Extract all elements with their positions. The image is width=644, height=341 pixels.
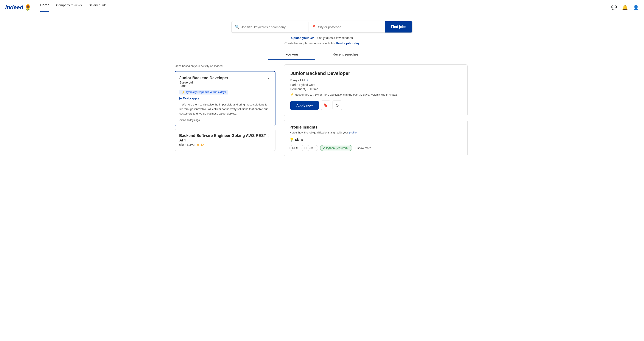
detail-title: Junior Backend Developer bbox=[290, 71, 461, 76]
detail-type: Permanent, Full-time bbox=[290, 87, 461, 91]
location-icon: 📍 bbox=[312, 24, 316, 29]
logo-area[interactable]: indeed 🌻 bbox=[5, 4, 32, 11]
job-company-2: client server ★ 4.4 bbox=[179, 143, 267, 146]
nav-home[interactable]: Home bbox=[40, 3, 49, 12]
detail-company-row: Eseye Ltd ↗ bbox=[290, 78, 461, 82]
bulb-icon: 💡 bbox=[290, 138, 294, 142]
chevron-rest-icon: ▾ bbox=[301, 147, 302, 149]
detail-response: ⚡ Responded to 75% or more applications … bbox=[290, 93, 461, 96]
insights-title: Profile insights bbox=[290, 125, 462, 130]
account-icon[interactable]: 👤 bbox=[633, 5, 639, 10]
skills-label-row: 💡 Skills bbox=[290, 138, 462, 142]
nav-company-reviews[interactable]: Company reviews bbox=[56, 3, 82, 12]
tabs-section: For you Recent searches bbox=[0, 49, 644, 60]
find-jobs-button[interactable]: Find jobs bbox=[385, 21, 412, 32]
response-badge-1: ⚡ Typically responds within 4 days bbox=[180, 90, 228, 94]
search-icon: 🔍 bbox=[235, 24, 240, 29]
search-bar: 🔍 📍 Find jobs bbox=[232, 21, 412, 33]
skills-section: 💡 Skills REST ▾ Jira ▾ ✓ Python (require… bbox=[290, 138, 462, 151]
job-active-1: Active 3 days ago bbox=[180, 119, 271, 122]
logo-text: indeed bbox=[5, 4, 23, 11]
job-detail-card: Junior Backend Developer Eseye Ltd ↗ Par… bbox=[284, 64, 468, 116]
apply-now-button[interactable]: Apply now bbox=[290, 101, 319, 110]
response-text-1: Typically responds within 4 days bbox=[186, 91, 226, 94]
detail-meta: Park • Hybrid work bbox=[290, 83, 461, 86]
nav-salary-guide[interactable]: Salary guide bbox=[89, 3, 106, 12]
company-rating-2: ★ 4.4 bbox=[197, 143, 204, 146]
job-search-input[interactable] bbox=[241, 22, 305, 32]
upload-cv-link[interactable]: Upload your CV bbox=[291, 36, 314, 40]
easy-apply-1: ▶ Easily apply bbox=[180, 97, 271, 100]
chevron-python-icon: ▾ bbox=[348, 147, 350, 149]
right-panel: Junior Backend Developer Eseye Ltd ↗ Par… bbox=[279, 60, 473, 161]
post-job-link[interactable]: Post a job today bbox=[336, 41, 360, 45]
job-company-1: Eseye Ltd bbox=[180, 81, 228, 84]
detail-company-name[interactable]: Eseye Ltd bbox=[290, 78, 305, 82]
not-interested-icon: ⊘ bbox=[336, 103, 339, 108]
profile-insights-card: Profile insights Here's how the job qual… bbox=[284, 120, 468, 156]
save-job-button[interactable]: 🔖 bbox=[321, 100, 330, 110]
skill-tag-python[interactable]: ✓ Python (required) ▾ bbox=[320, 145, 352, 151]
job-card-1[interactable]: Junior Backend Developer Eseye Ltd Park … bbox=[175, 71, 276, 126]
location-input-wrap: 📍 bbox=[308, 22, 385, 32]
skill-tag-jira[interactable]: Jira ▾ bbox=[306, 145, 318, 151]
show-more-link[interactable]: + show more bbox=[355, 146, 371, 150]
messages-icon[interactable]: 💬 bbox=[611, 5, 617, 10]
save-icon: 🔖 bbox=[323, 103, 328, 108]
logo-flower-icon: 🌻 bbox=[24, 4, 32, 11]
tab-recent-searches[interactable]: Recent searches bbox=[315, 49, 376, 60]
left-panel: Jobs based on your activity on Indeed Ju… bbox=[171, 60, 279, 161]
search-section: 🔍 📍 Find jobs Upload your CV - It only t… bbox=[0, 15, 644, 49]
easy-apply-text-1: Easily apply bbox=[183, 97, 199, 100]
job-desc-1: ○ We help them to visualise the impossib… bbox=[180, 102, 271, 116]
detail-actions: Apply now 🔖 ⊘ bbox=[290, 100, 461, 110]
main-nav: Home Company reviews Salary guide bbox=[40, 3, 106, 12]
tab-for-you[interactable]: For you bbox=[268, 49, 316, 60]
jobs-based-label: Jobs based on your activity on Indeed bbox=[175, 64, 276, 68]
insights-subtitle: Here's how the job qualifications align … bbox=[290, 131, 462, 134]
check-icon: ✓ bbox=[323, 146, 325, 150]
job-more-icon-1[interactable]: ⋮ bbox=[266, 76, 271, 81]
job-input-wrap: 🔍 bbox=[232, 22, 308, 32]
main-content: Jobs based on your activity on Indeed Ju… bbox=[171, 60, 473, 161]
skill-tag-rest[interactable]: REST ▾ bbox=[290, 145, 304, 151]
header-icons: 💬 🔔 👤 bbox=[611, 5, 639, 10]
lightning-icon-detail: ⚡ bbox=[290, 93, 294, 96]
job-title-1: Junior Backend Developer bbox=[180, 76, 228, 80]
lightning-icon-1: ⚡ bbox=[182, 91, 185, 94]
job-location-1: Park bbox=[180, 84, 228, 88]
promo-links: Upload your CV - It only takes a few sec… bbox=[284, 35, 360, 46]
chevron-jira-icon: ▾ bbox=[314, 147, 316, 149]
location-search-input[interactable] bbox=[318, 22, 382, 32]
job-title-2: Backend Software Engineer Golang AWS RES… bbox=[179, 133, 267, 142]
job-card-2[interactable]: Backend Software Engineer Golang AWS RES… bbox=[175, 129, 276, 151]
not-interested-button[interactable]: ⊘ bbox=[332, 100, 342, 110]
easy-apply-icon-1: ▶ bbox=[180, 97, 182, 100]
skills-label: Skills bbox=[295, 138, 303, 141]
notifications-icon[interactable]: 🔔 bbox=[622, 5, 628, 10]
header: indeed 🌻 Home Company reviews Salary gui… bbox=[0, 0, 644, 15]
external-link-icon: ↗ bbox=[306, 79, 309, 82]
upload-cv-suffix: - It only takes a few seconds bbox=[314, 36, 353, 40]
profile-link[interactable]: profile bbox=[349, 131, 356, 134]
create-job-text: Create better job descriptions with AI - bbox=[284, 41, 336, 45]
job-more-icon-2[interactable]: ⋮ bbox=[267, 133, 271, 139]
